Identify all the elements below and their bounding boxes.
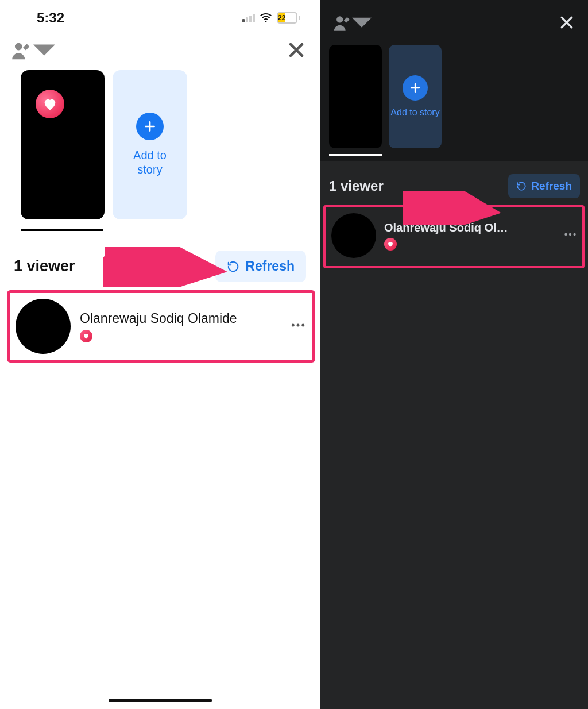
- heart-reaction-icon: [36, 90, 64, 118]
- story-thumbnail[interactable]: [329, 45, 382, 148]
- close-button[interactable]: [287, 40, 306, 62]
- refresh-button[interactable]: Refresh: [508, 174, 580, 198]
- battery-icon: 22: [277, 12, 300, 24]
- avatar: [331, 213, 376, 258]
- add-to-story-label: Add to story: [133, 148, 167, 177]
- viewers-count-label: 1 viewer: [329, 178, 384, 194]
- svg-point-0: [265, 21, 267, 22]
- svg-point-3: [297, 324, 300, 327]
- refresh-icon: [516, 181, 527, 191]
- privacy-settings-button[interactable]: [10, 40, 55, 62]
- heart-reaction-badge: [80, 330, 92, 342]
- svg-point-4: [301, 324, 304, 327]
- plus-icon: [136, 113, 164, 140]
- plus-icon: [403, 75, 428, 101]
- svg-point-6: [564, 233, 567, 236]
- story-indicator: [21, 229, 103, 231]
- svg-point-7: [569, 233, 571, 236]
- viewer-name: Olanrewaju Sodiq Olamide: [80, 311, 280, 326]
- story-indicator: [329, 154, 382, 156]
- more-options-button[interactable]: [563, 227, 578, 244]
- status-bar: 5:32 22: [0, 0, 320, 36]
- refresh-label: Refresh: [531, 180, 572, 192]
- clock-time: 5:32: [37, 10, 64, 26]
- svg-point-2: [292, 324, 295, 327]
- avatar: [16, 299, 71, 354]
- battery-percent: 22: [278, 13, 285, 22]
- viewers-count-label: 1 viewer: [14, 257, 75, 275]
- annotation-arrow: [103, 247, 230, 287]
- close-button[interactable]: [558, 14, 575, 33]
- refresh-label: Refresh: [245, 259, 295, 274]
- svg-point-5: [336, 16, 343, 22]
- dark-mode-panel: Add to story 1 viewer Refresh Olanrewaju…: [320, 0, 588, 709]
- more-options-button[interactable]: [289, 317, 307, 336]
- viewer-list-item[interactable]: Olanrewaju Sodiq Olamide: [7, 290, 315, 363]
- annotation-arrow: [403, 191, 506, 225]
- home-indicator: [109, 699, 212, 702]
- heart-reaction-badge: [384, 238, 397, 251]
- cellular-signal-icon: [242, 14, 255, 22]
- add-to-story-card[interactable]: Add to story: [389, 45, 442, 148]
- light-mode-panel: 5:32 22: [0, 0, 320, 709]
- story-thumbnail[interactable]: [21, 70, 105, 219]
- privacy-settings-button[interactable]: [332, 14, 372, 33]
- wifi-icon: [260, 11, 272, 24]
- svg-point-8: [573, 233, 575, 236]
- add-to-story-card[interactable]: Add to story: [113, 70, 187, 219]
- add-to-story-label: Add to story: [390, 107, 439, 118]
- svg-point-1: [15, 43, 22, 51]
